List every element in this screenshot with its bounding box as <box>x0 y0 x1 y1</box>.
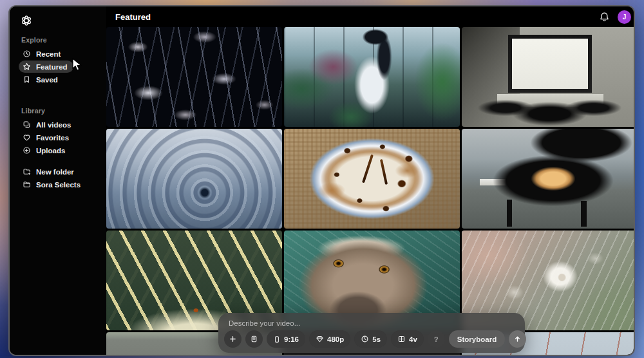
heart-icon <box>23 133 31 142</box>
sidebar-item-uploads[interactable]: Uploads <box>19 144 71 156</box>
aspect-ratio-button[interactable]: 9:16 <box>267 330 305 348</box>
sidebar-item-label: Saved <box>36 76 58 84</box>
help-button[interactable]: ? <box>428 330 445 348</box>
folder-plus-icon <box>23 167 31 176</box>
bookmark-icon <box>23 75 31 84</box>
duration-value: 5s <box>372 335 381 343</box>
main-area: Featured J <box>106 6 635 355</box>
clock-icon <box>361 335 369 343</box>
bell-icon[interactable] <box>599 12 610 23</box>
sidebar-item-label: New folder <box>36 168 74 176</box>
sidebar-item-recent[interactable]: Recent <box>19 48 66 60</box>
sidebar-item-all-videos[interactable]: All videos <box>19 118 77 131</box>
sidebar-section-library: Library <box>21 107 106 115</box>
app-window: Explore Recent Featured Saved L <box>8 5 635 356</box>
variations-value: 4v <box>409 335 417 343</box>
prompt-composer: Describe your video... 9:16 <box>218 313 525 353</box>
composer-controls: 9:16 480p 5s 4v ? <box>218 330 525 353</box>
plus-circle-icon <box>23 146 31 155</box>
page-title: Featured <box>115 12 151 22</box>
video-thumbnail-ice-branches[interactable] <box>106 27 282 127</box>
sidebar-item-sora-selects[interactable]: Sora Selects <box>19 178 86 191</box>
add-media-button[interactable] <box>224 330 242 348</box>
video-thumbnail-coffee-clock[interactable] <box>284 129 460 229</box>
plus-icon <box>229 335 237 343</box>
sidebar-item-label: Recent <box>36 50 61 58</box>
storyboard-button[interactable]: Storyboard <box>449 330 505 348</box>
video-thumbnail-greenhouse-girl[interactable] <box>284 27 460 127</box>
duration-button[interactable]: 5s <box>354 330 387 348</box>
sidebar-item-featured[interactable]: Featured <box>19 61 73 73</box>
video-thumbnail-bat-laptop[interactable] <box>462 27 635 127</box>
sidebar-item-label: Favorites <box>36 134 69 142</box>
prompt-input[interactable]: Describe your video... <box>218 313 525 327</box>
stacked-videos-icon <box>23 120 31 129</box>
sidebar-item-favorites[interactable]: Favorites <box>19 131 75 144</box>
sidebar-item-label: Featured <box>36 63 68 71</box>
grid-icon <box>397 335 406 343</box>
video-thumbnail-beach-piano[interactable] <box>462 129 635 229</box>
clock-circle-icon <box>23 50 31 58</box>
sidebar-item-saved[interactable]: Saved <box>19 73 64 86</box>
sidebar: Explore Recent Featured Saved L <box>10 6 106 355</box>
sidebar-item-new-folder[interactable]: New folder <box>19 165 80 178</box>
aspect-ratio-value: 9:16 <box>284 335 299 343</box>
sidebar-item-label: Uploads <box>36 147 65 155</box>
diamond-icon <box>316 335 324 343</box>
phone-portrait-icon <box>273 335 281 343</box>
sidebar-item-label: Sora Selects <box>36 181 80 189</box>
video-grid <box>106 27 635 356</box>
help-icon: ? <box>434 335 439 343</box>
arrow-up-icon <box>513 335 522 343</box>
sidebar-item-label: All videos <box>36 121 71 129</box>
resolution-button[interactable]: 480p <box>309 330 350 348</box>
video-thumbnail-water-ripple[interactable] <box>106 129 282 229</box>
topbar: Featured J <box>106 6 635 27</box>
star-icon <box>23 62 31 71</box>
resolution-value: 480p <box>327 335 344 343</box>
preset-card-icon <box>250 335 258 343</box>
variations-button[interactable]: 4v <box>391 330 424 348</box>
openai-logo-icon[interactable] <box>20 14 33 27</box>
sidebar-section-explore: Explore <box>21 36 106 44</box>
avatar[interactable]: J <box>618 10 631 24</box>
submit-button[interactable] <box>509 330 526 348</box>
folder-icon <box>23 180 31 189</box>
preset-button[interactable] <box>245 330 263 348</box>
